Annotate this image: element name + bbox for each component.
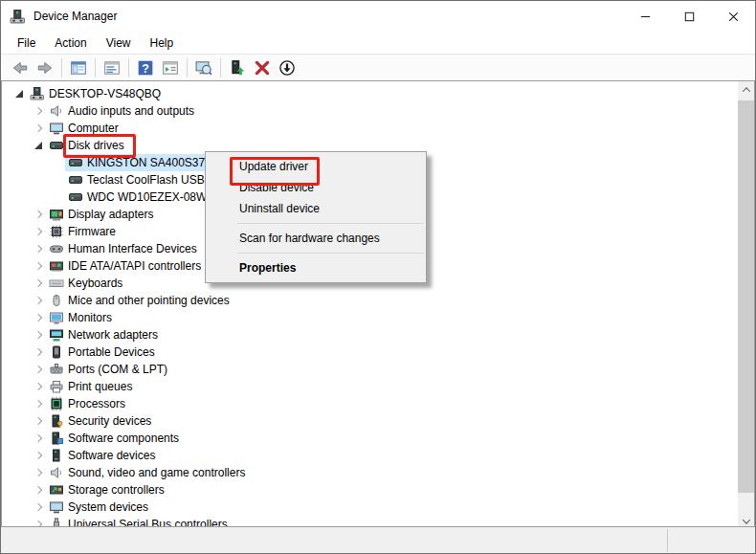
processor-icon bbox=[49, 396, 64, 411]
tree-item-body[interactable]: Storage controllers bbox=[46, 481, 169, 499]
chevron-down-icon bbox=[742, 516, 749, 523]
disable-device-button[interactable] bbox=[275, 56, 300, 79]
tree-item[interactable]: Universal Serial Bus controllers bbox=[2, 516, 738, 526]
help-menu[interactable]: Help bbox=[141, 33, 184, 53]
expand-chevron-icon[interactable] bbox=[31, 499, 46, 515]
tree-item-body[interactable]: Processors bbox=[46, 395, 130, 412]
expand-chevron-icon[interactable] bbox=[31, 379, 46, 394]
tree-item[interactable]: Network adapters bbox=[2, 326, 738, 343]
tree-item[interactable]: Software components bbox=[2, 430, 738, 447]
vertical-scrollbar[interactable] bbox=[738, 81, 754, 526]
expand-chevron-icon[interactable] bbox=[31, 121, 46, 136]
expand-chevron-icon[interactable] bbox=[50, 189, 65, 205]
expand-chevron-icon[interactable] bbox=[31, 413, 46, 429]
update-driver-icon bbox=[229, 59, 246, 77]
expand-chevron-icon[interactable] bbox=[31, 224, 46, 239]
tree-item[interactable]: Storage controllers bbox=[2, 481, 738, 499]
tree-item[interactable]: System devices bbox=[2, 499, 738, 516]
expand-chevron-icon[interactable] bbox=[31, 241, 46, 256]
expand-chevron-icon[interactable] bbox=[31, 103, 46, 119]
hid-icon bbox=[49, 241, 64, 256]
tree-item-label: Storage controllers bbox=[68, 483, 167, 497]
tree-item[interactable]: Monitors bbox=[2, 309, 738, 326]
chevron-up-icon bbox=[742, 87, 749, 95]
view-menu[interactable]: View bbox=[97, 33, 141, 53]
tree-item-body[interactable]: Security devices bbox=[46, 412, 156, 430]
status-bar bbox=[1, 527, 755, 554]
tree-item[interactable]: Mice and other pointing devices bbox=[2, 292, 738, 309]
tree-item[interactable]: Security devices bbox=[2, 412, 738, 430]
tree-item-body[interactable]: Audio inputs and outputs bbox=[46, 102, 199, 120]
scrollbar-thumb[interactable] bbox=[738, 100, 754, 493]
tree-item-body[interactable]: Mice and other pointing devices bbox=[46, 292, 234, 309]
expand-chevron-icon[interactable] bbox=[31, 517, 46, 526]
help-button[interactable] bbox=[133, 56, 158, 79]
tree-item[interactable]: Processors bbox=[2, 395, 738, 412]
tree-item[interactable]: Ports (COM & LPT) bbox=[2, 361, 738, 378]
tree-item[interactable]: Software devices bbox=[2, 447, 738, 464]
tree-item-body[interactable]: Firmware bbox=[46, 223, 121, 240]
expand-chevron-icon[interactable] bbox=[31, 344, 46, 360]
menu-item-scan-hardware-changes[interactable]: Scan for hardware changes bbox=[206, 228, 426, 249]
tree-item-body[interactable]: Ports (COM & LPT) bbox=[46, 361, 172, 378]
menu-item-properties[interactable]: Properties bbox=[206, 257, 426, 278]
tree-item-label: Universal Serial Bus controllers bbox=[68, 518, 230, 526]
tree-item-body[interactable]: Software components bbox=[46, 430, 184, 447]
tree-item-body[interactable]: Network adapters bbox=[46, 326, 163, 343]
tree-item-body[interactable]: System devices bbox=[46, 499, 153, 516]
tree-item[interactable]: DESKTOP-VS48QBQ bbox=[2, 85, 738, 102]
device-manager-icon bbox=[10, 9, 26, 25]
expand-chevron-icon[interactable] bbox=[31, 431, 46, 446]
scroll-up-button[interactable] bbox=[738, 81, 754, 98]
toolbar-separator bbox=[124, 56, 133, 79]
expand-chevron-icon[interactable] bbox=[31, 362, 46, 377]
forward-button[interactable] bbox=[33, 56, 57, 79]
expand-chevron-icon[interactable] bbox=[31, 258, 46, 274]
device-manager-icon bbox=[30, 86, 45, 101]
close-button[interactable] bbox=[711, 1, 755, 32]
title-bar: Device Manager bbox=[1, 1, 755, 32]
tree-item-body[interactable]: Sound, video and game controllers bbox=[46, 464, 250, 481]
tree-item[interactable]: Print queues bbox=[2, 378, 738, 395]
expand-chevron-icon[interactable] bbox=[50, 172, 65, 188]
tree-item-body[interactable]: Display adapters bbox=[46, 206, 158, 223]
scan-hardware-changes-button[interactable] bbox=[191, 56, 216, 79]
tree-item[interactable]: Audio inputs and outputs bbox=[2, 102, 738, 120]
expand-chevron-icon[interactable] bbox=[31, 138, 46, 153]
tree-item-body[interactable]: Human Interface Devices bbox=[46, 240, 202, 257]
show-hide-console-tree-button[interactable] bbox=[158, 56, 183, 79]
maximize-button[interactable] bbox=[667, 1, 711, 32]
tree-item-body[interactable]: IDE ATA/ATAPI controllers bbox=[46, 257, 206, 275]
scroll-down-button[interactable] bbox=[738, 510, 754, 526]
tree-item-body[interactable]: Print queues bbox=[46, 378, 137, 395]
show-console-window-button[interactable] bbox=[66, 56, 91, 79]
expand-chevron-icon[interactable] bbox=[31, 293, 46, 308]
expand-chevron-icon[interactable] bbox=[31, 448, 46, 463]
menu-item-uninstall-device[interactable]: Uninstall device bbox=[206, 198, 426, 219]
portable-device-icon bbox=[49, 344, 64, 360]
expand-chevron-icon[interactable] bbox=[31, 396, 46, 411]
tree-item-body[interactable]: Portable Devices bbox=[46, 343, 160, 361]
properties-button[interactable] bbox=[100, 56, 124, 79]
expand-chevron-icon[interactable] bbox=[31, 276, 46, 291]
tree-item-body[interactable]: DESKTOP-VS48QBQ bbox=[27, 85, 166, 102]
expand-chevron-icon[interactable] bbox=[31, 482, 46, 498]
expand-chevron-icon[interactable] bbox=[31, 310, 46, 325]
uninstall-device-button[interactable] bbox=[250, 56, 275, 79]
update-driver-button[interactable] bbox=[225, 56, 250, 79]
expand-chevron-icon[interactable] bbox=[31, 327, 46, 343]
expand-chevron-icon[interactable] bbox=[31, 465, 46, 480]
tree-item-body[interactable]: Software devices bbox=[46, 447, 160, 464]
expand-chevron-icon[interactable] bbox=[31, 207, 46, 222]
action-menu[interactable]: Action bbox=[45, 33, 96, 53]
file-menu[interactable]: File bbox=[8, 33, 45, 53]
usb-icon bbox=[49, 517, 64, 526]
tree-item-body[interactable]: Monitors bbox=[46, 309, 117, 326]
tree-item-body[interactable]: Universal Serial Bus controllers bbox=[46, 516, 233, 526]
back-button[interactable] bbox=[8, 56, 33, 79]
tree-item[interactable]: Sound, video and game controllers bbox=[2, 464, 738, 481]
expand-chevron-icon[interactable] bbox=[11, 86, 27, 101]
tree-item-body[interactable]: Keyboards bbox=[46, 275, 127, 292]
minimize-button[interactable] bbox=[623, 1, 667, 32]
tree-item[interactable]: Portable Devices bbox=[2, 343, 738, 361]
